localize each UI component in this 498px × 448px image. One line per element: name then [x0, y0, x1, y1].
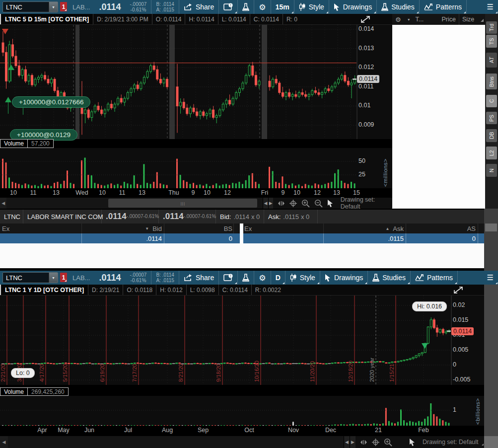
alert-badge[interactable]: 1: [60, 2, 67, 11]
side-tab-db[interactable]: DB: [486, 129, 497, 142]
share-button-2[interactable]: Share: [179, 271, 218, 285]
side-tab-at[interactable]: AT: [486, 53, 497, 68]
col-time-header[interactable]: T...: [414, 16, 426, 23]
patterns-button-2[interactable]: Patterns: [411, 271, 457, 285]
chart1-candlestick-canvas[interactable]: [0, 25, 392, 139]
candle-body: [282, 92, 284, 96]
zoom-in-icon-2[interactable]: [384, 438, 392, 447]
chart1-scroll-left-arrow[interactable]: ◀: [0, 198, 6, 209]
crosshair-icon[interactable]: [289, 200, 297, 207]
volume-bar: [285, 184, 286, 188]
chart1-drawing-set[interactable]: Drawing set: Default: [341, 196, 392, 210]
level2-change: -.00007-0.61%: [127, 214, 159, 220]
zoom-out-icon[interactable]: [314, 199, 323, 208]
col-as[interactable]: AS: [406, 224, 476, 233]
pan-icon-2[interactable]: [360, 440, 367, 445]
candle-body: [188, 364, 190, 364]
share-button[interactable]: Share: [179, 0, 218, 14]
candle-body: [433, 320, 435, 328]
x-axis-label: 13: [53, 189, 60, 196]
chart1-scroll-step-left[interactable]: ◀: [263, 198, 268, 209]
chart2-scroll-step-left[interactable]: ◀: [344, 436, 350, 448]
side-tab-ts[interactable]: TS: [486, 35, 497, 48]
symbol-value-2[interactable]: LTNC: [3, 274, 49, 282]
chart1-scroll-step-right[interactable]: ▶: [268, 198, 273, 209]
chart-menu-button-2[interactable]: ☰: [483, 271, 498, 285]
col-bs[interactable]: BS: [164, 224, 232, 233]
alert-badge-2[interactable]: 1: [60, 273, 67, 282]
notes-button[interactable]: !: [219, 0, 237, 14]
col-ex-right[interactable]: Ex: [244, 224, 252, 233]
patterns-button[interactable]: Patterns: [420, 0, 466, 14]
analyze-button[interactable]: [238, 0, 254, 14]
chart1-scrollbar-thumb[interactable]: |||: [108, 199, 257, 208]
style-button[interactable]: Style: [294, 0, 329, 14]
side-tab-l2[interactable]: L2: [486, 147, 497, 159]
col-bid[interactable]: ▼Bid: [81, 224, 162, 233]
side-tab-trd[interactable]: Trd: [486, 21, 497, 34]
symbol-input[interactable]: LTNC ▼: [2, 1, 58, 12]
crosshair-icon-2[interactable]: [372, 439, 379, 446]
col-price-header[interactable]: Price: [442, 16, 459, 23]
bottom-right-resize-box[interactable]: [484, 436, 498, 448]
timeframe-button-2[interactable]: D: [271, 271, 285, 285]
zoom-in-icon[interactable]: [301, 199, 310, 208]
chart2-scrollbar-track[interactable]: [8, 436, 344, 448]
symbol-dropdown-arrow[interactable]: ▼: [49, 2, 58, 12]
side-tab-ps[interactable]: PS: [486, 112, 497, 124]
chart2-volume-area[interactable]: 1: [0, 396, 484, 426]
chart2-drawing-set[interactable]: Drawing set: Default: [423, 439, 484, 446]
candle-body: [50, 363, 52, 364]
chart1-volume-area[interactable]: 5025: [0, 148, 392, 188]
drawings-button-2[interactable]: Drawings: [320, 271, 367, 285]
chart2-candlestick-canvas[interactable]: [0, 296, 484, 385]
col-ex-left[interactable]: Ex: [2, 224, 9, 233]
settings-button-2[interactable]: ⚙: [254, 271, 270, 285]
trading-app-window: LTNC ▼ 1 LAB... .0114 -.00007 -0.61% B: …: [0, 0, 498, 448]
volume-bar: [70, 183, 71, 188]
panel-gear-icon[interactable]: ⚙: [392, 16, 404, 23]
chart-menu-button[interactable]: ☰: [483, 0, 498, 14]
col-size-header[interactable]: Size: [459, 16, 485, 23]
chart2-expand-icon[interactable]: [453, 286, 463, 294]
chart1-volume-canvas[interactable]: [0, 148, 392, 188]
chart1-scrollbar-track[interactable]: |||: [6, 198, 263, 209]
symbol-value[interactable]: LTNC: [3, 3, 49, 11]
pointer-tool-icon[interactable]: [327, 200, 334, 207]
timeframe-button[interactable]: 15m: [271, 0, 294, 14]
side-tab-c[interactable]: C: [486, 95, 497, 107]
chart2-scroll-left-arrow[interactable]: ◀: [0, 436, 8, 448]
chart2-scroll-step-right[interactable]: ▶: [350, 436, 356, 448]
studies-button[interactable]: Studies: [377, 0, 419, 14]
side-tab-btns[interactable]: Btns: [486, 74, 497, 89]
level2-empty-body[interactable]: [0, 243, 484, 268]
candle-body: [185, 364, 187, 364]
candle-body: [286, 363, 288, 364]
candle-body: [242, 83, 244, 89]
chart1-expand-icon[interactable]: [360, 15, 370, 23]
symbol-input-2[interactable]: LTNC ▼: [2, 272, 58, 283]
side-tab-n[interactable]: N: [486, 164, 497, 177]
candle-body: [47, 363, 49, 364]
pan-icon[interactable]: [278, 201, 285, 206]
last-price: .0114: [99, 2, 121, 12]
chart2-price-area[interactable]: 0.020.0150.010.0050-0.0052/21/203/20/204…: [0, 296, 484, 385]
style-button-2[interactable]: Style: [285, 271, 320, 285]
chart2-volume-canvas[interactable]: [0, 396, 484, 426]
chart1-price-area[interactable]: 0.0140.0130.0120.0110.010.0090.0114+1000…: [0, 25, 392, 139]
candle-body: [176, 363, 178, 364]
panel-dropdown-icon[interactable]: ▼: [404, 18, 414, 21]
col-ask[interactable]: ▲Ask: [323, 224, 404, 233]
pointer-tool-icon-2[interactable]: [409, 439, 416, 446]
studies-button-2[interactable]: Studies: [368, 271, 410, 285]
chart1-open-field: O: 0.0114: [152, 14, 186, 24]
analyze-button-2[interactable]: [238, 271, 254, 285]
candle-body: [376, 362, 378, 362]
settings-button[interactable]: ⚙: [254, 0, 270, 14]
drawings-button[interactable]: Drawings: [329, 0, 376, 14]
candle-body: [44, 363, 46, 364]
notes-button-2[interactable]: !: [219, 271, 237, 285]
symbol-dropdown-arrow-2[interactable]: ▼: [49, 273, 58, 283]
times-sales-body[interactable]: [392, 25, 485, 209]
chart1-volume-row: Volume 57,200: [0, 139, 54, 148]
